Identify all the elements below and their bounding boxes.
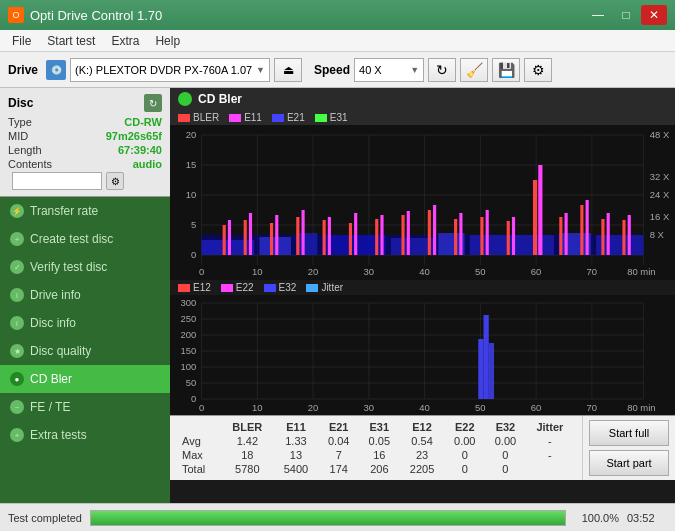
svg-text:70: 70 [587, 267, 598, 277]
options-button[interactable]: ⚙ [524, 58, 552, 82]
col-header-e31: E31 [359, 420, 400, 434]
legend-e31: E31 [315, 112, 348, 123]
menu-start-test[interactable]: Start test [39, 32, 103, 50]
disc-quality-icon: ★ [10, 344, 24, 358]
svg-text:70: 70 [587, 403, 598, 413]
table-row-total: Total 5780 5400 174 206 2205 0 0 [178, 462, 574, 476]
svg-text:0: 0 [199, 267, 204, 277]
create-test-disc-icon: + [10, 232, 24, 246]
svg-text:200: 200 [181, 330, 197, 340]
svg-rect-75 [601, 219, 604, 255]
svg-text:50: 50 [186, 378, 197, 388]
progress-bar-fill [91, 511, 565, 525]
legend-color-e22 [221, 284, 233, 292]
sidebar-item-verify-test-disc[interactable]: ✓ Verify test disc [0, 253, 170, 281]
col-header-e21: E21 [318, 420, 359, 434]
main-layout: Disc ↻ Type CD-RW MID 97m26s65f Length 6… [0, 88, 675, 531]
menu-extra[interactable]: Extra [103, 32, 147, 50]
svg-rect-76 [622, 220, 625, 255]
col-header-e22: E22 [444, 420, 485, 434]
sidebar-item-disc-info[interactable]: i Disc info [0, 309, 170, 337]
legend-bler: BLER [178, 112, 219, 123]
chart-title-bar: CD Bler [170, 88, 675, 110]
disc-panel: Disc ↻ Type CD-RW MID 97m26s65f Length 6… [0, 88, 170, 197]
table-row-max: Max 18 13 7 16 23 0 0 - [178, 448, 574, 462]
disc-type-row: Type CD-RW [8, 116, 162, 128]
app-icon: O [8, 7, 24, 23]
sidebar-item-disc-quality[interactable]: ★ Disc quality [0, 337, 170, 365]
progress-bar-container [90, 510, 566, 526]
col-header-e12: E12 [400, 420, 445, 434]
col-header-jitter: Jitter [526, 420, 574, 434]
sidebar-item-create-test-disc[interactable]: + Create test disc [0, 225, 170, 253]
svg-text:40: 40 [419, 403, 430, 413]
sidebar-item-extra-tests[interactable]: + Extra tests [0, 421, 170, 449]
svg-rect-57 [586, 200, 589, 255]
sidebar-item-cd-bler[interactable]: ● CD Bler [0, 365, 170, 393]
title-bar: O Opti Drive Control 1.70 — □ ✕ [0, 0, 675, 30]
svg-rect-58 [607, 213, 610, 255]
svg-rect-72 [533, 180, 537, 255]
svg-text:150: 150 [181, 346, 197, 356]
legend-jitter: Jitter [306, 282, 343, 293]
sidebar-item-drive-info[interactable]: i Drive info [0, 281, 170, 309]
svg-rect-59 [628, 215, 631, 255]
svg-text:250: 250 [181, 314, 197, 324]
sidebar-item-fe-te[interactable]: ~ FE / TE [0, 393, 170, 421]
svg-rect-69 [454, 219, 457, 255]
svg-text:8 X: 8 X [650, 230, 664, 240]
legend-color-bler [178, 114, 190, 122]
svg-rect-64 [323, 220, 326, 255]
svg-text:80 min: 80 min [627, 403, 655, 413]
sidebar: Disc ↻ Type CD-RW MID 97m26s65f Length 6… [0, 88, 170, 531]
drive-combo-arrow: ▼ [256, 65, 265, 75]
disc-refresh-button[interactable]: ↻ [144, 94, 162, 112]
svg-rect-56 [565, 213, 568, 255]
disc-settings-button[interactable]: ⚙ [106, 172, 124, 190]
svg-rect-67 [401, 215, 404, 255]
eject-button[interactable]: ⏏ [274, 58, 302, 82]
table-container: BLER E11 E21 E31 E12 E22 E32 Jitter Avg [170, 416, 582, 480]
svg-rect-109 [478, 339, 483, 399]
drive-info-icon: i [10, 288, 24, 302]
svg-text:100: 100 [181, 362, 197, 372]
erase-button[interactable]: 🧹 [460, 58, 488, 82]
svg-text:10: 10 [252, 403, 263, 413]
drive-value: (K:) PLEXTOR DVDR PX-760A 1.07 [75, 64, 252, 76]
legend-color-e31 [315, 114, 327, 122]
svg-rect-61 [244, 220, 247, 255]
start-full-button[interactable]: Start full [589, 420, 669, 446]
svg-rect-52 [459, 213, 462, 255]
svg-text:300: 300 [181, 298, 197, 308]
menu-file[interactable]: File [4, 32, 39, 50]
bottom-chart-svg: 300 250 200 150 100 50 0 0 10 20 30 40 5… [170, 295, 675, 415]
svg-rect-53 [486, 210, 489, 255]
svg-rect-44 [249, 213, 252, 255]
chart-bottom-legend: E12 E22 E32 Jitter [170, 280, 675, 295]
drive-icon: 💿 [46, 60, 66, 80]
cd-bler-icon: ● [10, 372, 24, 386]
close-button[interactable]: ✕ [641, 5, 667, 25]
svg-rect-111 [489, 343, 494, 399]
svg-rect-66 [375, 219, 378, 255]
svg-text:0: 0 [199, 403, 204, 413]
speed-selector[interactable]: 40 X ▼ [354, 58, 424, 82]
legend-color-e32 [264, 284, 276, 292]
svg-text:48 X: 48 X [650, 130, 669, 140]
start-part-button[interactable]: Start part [589, 450, 669, 476]
svg-rect-49 [380, 215, 383, 255]
save-button[interactable]: 💾 [492, 58, 520, 82]
svg-text:10: 10 [252, 267, 263, 277]
svg-rect-65 [349, 223, 352, 255]
maximize-button[interactable]: □ [613, 5, 639, 25]
minimize-button[interactable]: — [585, 5, 611, 25]
legend-e32: E32 [264, 282, 297, 293]
svg-text:60: 60 [531, 267, 542, 277]
drive-selector[interactable]: (K:) PLEXTOR DVDR PX-760A 1.07 ▼ [70, 58, 270, 82]
svg-text:30: 30 [364, 267, 375, 277]
refresh-button[interactable]: ↻ [428, 58, 456, 82]
disc-label-input[interactable] [12, 172, 102, 190]
sidebar-item-transfer-rate[interactable]: ⚡ Transfer rate [0, 197, 170, 225]
svg-text:0: 0 [191, 250, 196, 260]
menu-help[interactable]: Help [147, 32, 188, 50]
